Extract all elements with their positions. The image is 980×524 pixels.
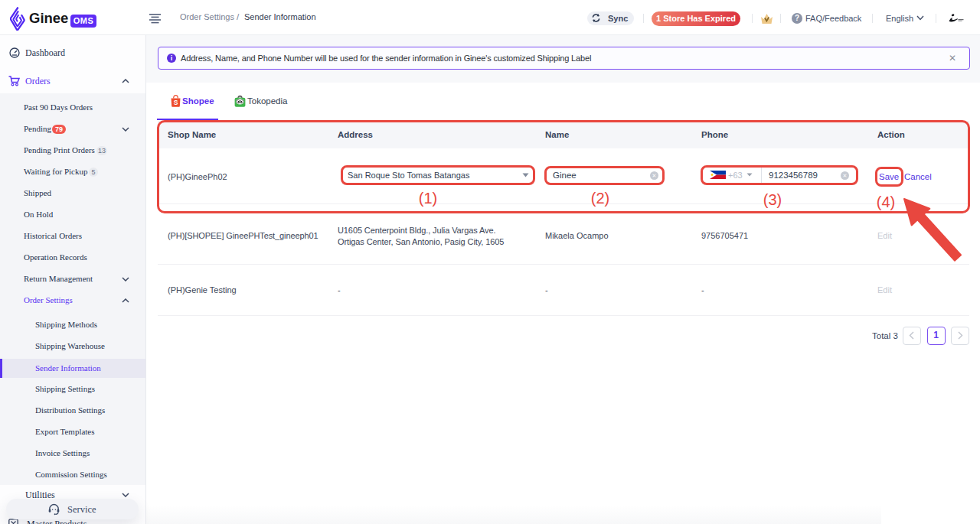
svg-text:S: S	[174, 99, 178, 106]
